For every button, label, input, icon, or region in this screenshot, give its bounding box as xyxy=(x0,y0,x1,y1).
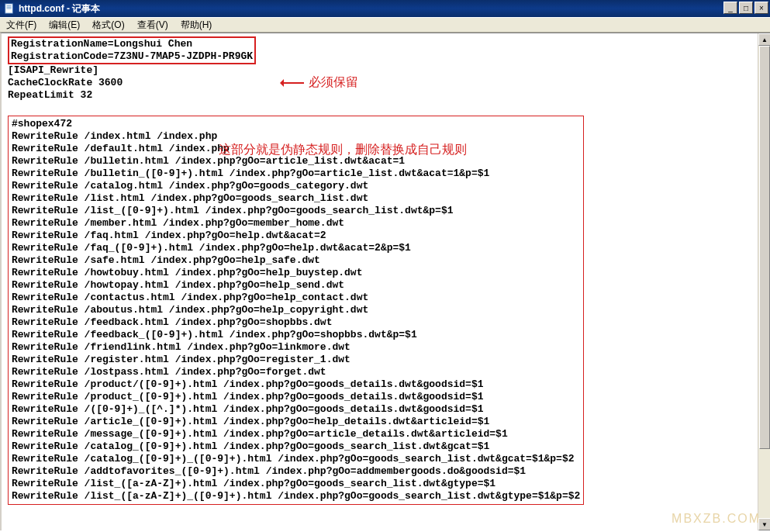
text-content[interactable]: RegistrationName=Longshui Chen Registrat… xyxy=(2,35,770,506)
editor-area[interactable]: RegistrationName=Longshui Chen Registrat… xyxy=(0,33,770,530)
scroll-thumb[interactable] xyxy=(759,46,770,449)
close-button[interactable]: × xyxy=(754,2,768,14)
minimize-button[interactable]: _ xyxy=(723,2,737,14)
isapi-section: [ISAPI_Rewrite] xyxy=(8,64,98,76)
repeat-limit: RepeatLimit 32 xyxy=(8,89,92,101)
menu-format[interactable]: 格式(O) xyxy=(86,17,130,33)
window-controls: _ □ × xyxy=(723,2,768,14)
watermark-text: MBXZB.COM xyxy=(672,512,761,526)
rewrite-rules-block: #shopex472 RewriteRule /index.html /inde… xyxy=(8,116,584,505)
annotation-must-keep-text: 必须保留 xyxy=(309,74,358,91)
notepad-icon xyxy=(3,2,16,15)
registration-name-line: RegistrationName=Longshui Chen xyxy=(11,38,192,50)
vertical-scrollbar[interactable]: ▲ ▼ xyxy=(758,33,770,530)
annotation-rules-desc: 这部分就是伪静态规则，删除替换成自己规则 xyxy=(219,142,467,158)
menu-edit[interactable]: 编辑(E) xyxy=(43,17,86,33)
arrow-left-icon xyxy=(281,82,304,84)
menu-file[interactable]: 文件(F) xyxy=(0,17,43,33)
maximize-button[interactable]: □ xyxy=(739,2,753,14)
menu-help[interactable]: 帮助(H) xyxy=(174,17,219,33)
annotation-must-keep: 必须保留 xyxy=(281,74,358,91)
menu-view[interactable]: 查看(V) xyxy=(131,17,174,33)
cache-clock-rate: CacheClockRate 3600 xyxy=(8,77,123,88)
window-titlebar: httpd.conf - 记事本 _ □ × xyxy=(0,0,770,17)
menu-bar: 文件(F) 编辑(E) 格式(O) 查看(V) 帮助(H) xyxy=(0,17,770,33)
registration-block: RegistrationName=Longshui Chen Registrat… xyxy=(8,36,256,64)
registration-code-line: RegistrationCode=7Z3NU-7MAP5-JZDPH-PR9GK xyxy=(11,50,253,62)
scroll-up-button[interactable]: ▲ xyxy=(758,33,770,46)
window-title: httpd.conf - 记事本 xyxy=(19,2,100,16)
